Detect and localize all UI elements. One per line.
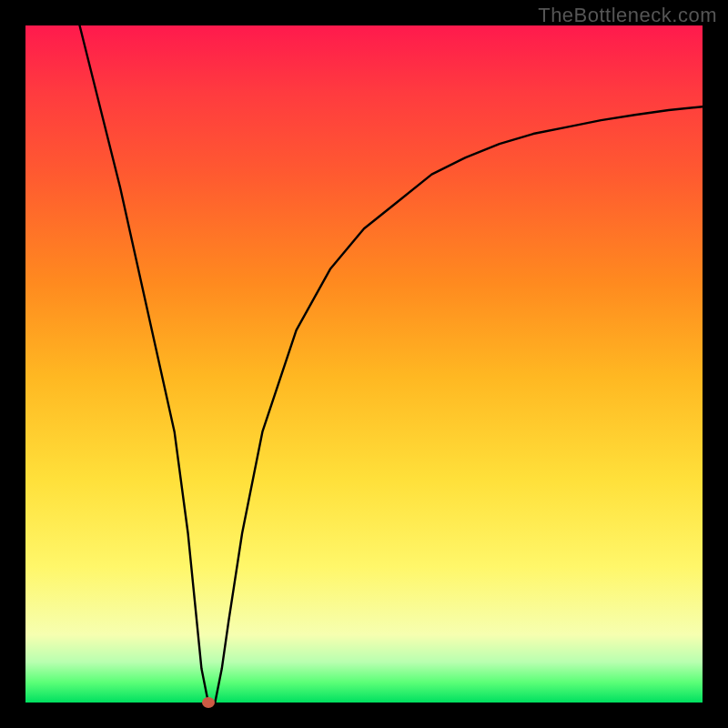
plot-area bbox=[25, 25, 703, 703]
bottleneck-curve bbox=[25, 25, 703, 703]
optimal-point-marker bbox=[202, 697, 215, 708]
chart-frame: TheBottleneck.com bbox=[0, 0, 728, 728]
watermark-text: TheBottleneck.com bbox=[538, 4, 717, 27]
